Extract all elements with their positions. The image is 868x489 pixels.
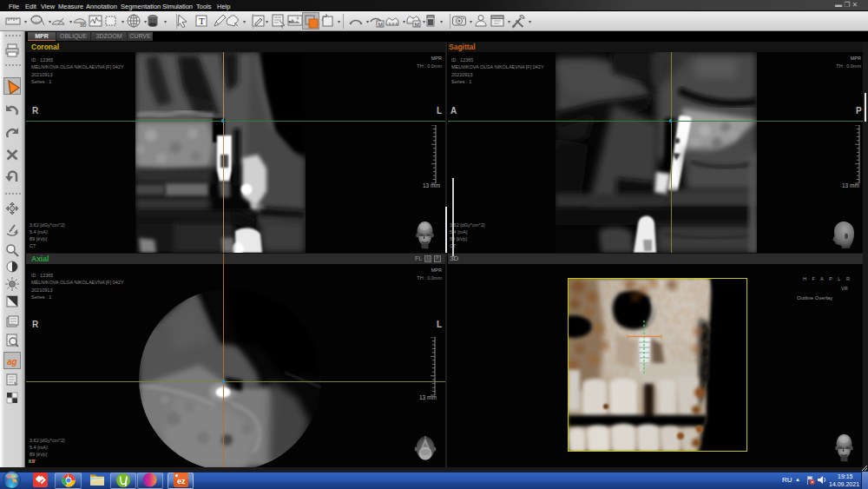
- svg-text:ez: ez: [177, 477, 186, 486]
- svg-text:T: T: [199, 16, 205, 26]
- svg-text:M: M: [415, 22, 419, 28]
- svg-text:ag: ag: [7, 357, 17, 367]
- svg-text:M: M: [378, 22, 383, 28]
